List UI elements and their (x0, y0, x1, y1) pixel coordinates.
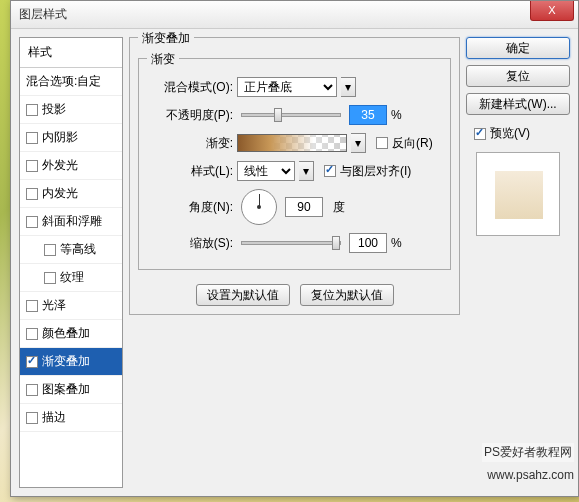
style-item-label: 渐变叠加 (42, 353, 90, 370)
style-checkbox-icon[interactable] (44, 272, 56, 284)
blend-mode-select[interactable]: 正片叠底 (237, 77, 337, 97)
options-panel: 渐变叠加 渐变 混合模式(O): 正片叠底 ▾ 不透明度(P): % (129, 37, 460, 488)
blend-options-item[interactable]: 混合选项:自定 (20, 68, 122, 96)
style-item-1[interactable]: 内阴影 (20, 124, 122, 152)
style-item-label: 斜面和浮雕 (42, 213, 102, 230)
cancel-button[interactable]: 复位 (466, 65, 570, 87)
styles-header[interactable]: 样式 (20, 38, 122, 68)
watermark-url: www.psahz.com (487, 468, 574, 482)
preview-thumbnail (476, 152, 560, 236)
style-checkbox-icon[interactable] (26, 384, 38, 396)
style-checkbox-icon[interactable] (26, 216, 38, 228)
angle-dial[interactable] (241, 189, 277, 225)
layer-style-dialog: 图层样式 X 样式 混合选项:自定 投影内阴影外发光内发光斜面和浮雕等高线纹理光… (10, 0, 579, 497)
gradient-label: 渐变: (147, 135, 233, 152)
set-default-button[interactable]: 设置为默认值 (196, 284, 290, 306)
style-item-3[interactable]: 内发光 (20, 180, 122, 208)
style-checkbox-icon[interactable] (26, 356, 38, 368)
style-checkbox-icon[interactable] (26, 328, 38, 340)
reset-default-button[interactable]: 复位为默认值 (300, 284, 394, 306)
titlebar[interactable]: 图层样式 X (11, 1, 578, 29)
dropdown-arrow-icon[interactable]: ▾ (341, 77, 356, 97)
style-item-7[interactable]: 光泽 (20, 292, 122, 320)
scale-label: 缩放(S): (147, 235, 233, 252)
style-checkbox-icon[interactable] (26, 188, 38, 200)
style-select[interactable]: 线性 (237, 161, 295, 181)
scale-percent: % (391, 236, 402, 250)
style-item-2[interactable]: 外发光 (20, 152, 122, 180)
style-item-label: 等高线 (60, 241, 96, 258)
style-checkbox-icon[interactable] (26, 132, 38, 144)
section-title: 渐变叠加 (138, 30, 194, 47)
style-item-label: 颜色叠加 (42, 325, 90, 342)
style-label: 样式(L): (147, 163, 233, 180)
close-button[interactable]: X (530, 1, 574, 21)
style-checkbox-icon[interactable] (26, 300, 38, 312)
style-checkbox-icon[interactable] (26, 412, 38, 424)
group-title: 渐变 (147, 51, 179, 68)
dialog-title: 图层样式 (19, 6, 67, 23)
style-item-label: 纹理 (60, 269, 84, 286)
angle-label: 角度(N): (147, 199, 233, 216)
style-item-label: 光泽 (42, 297, 66, 314)
style-item-label: 描边 (42, 409, 66, 426)
reverse-chk-icon (376, 137, 388, 149)
styles-list-panel: 样式 混合选项:自定 投影内阴影外发光内发光斜面和浮雕等高线纹理光泽颜色叠加渐变… (19, 37, 123, 488)
style-item-11[interactable]: 描边 (20, 404, 122, 432)
align-checkbox[interactable]: 与图层对齐(I) (324, 163, 411, 180)
style-item-5[interactable]: 等高线 (20, 236, 122, 264)
gradient-dropdown-icon[interactable]: ▾ (351, 133, 366, 153)
style-checkbox-icon[interactable] (26, 104, 38, 116)
opacity-slider[interactable] (241, 113, 341, 117)
style-item-label: 投影 (42, 101, 66, 118)
watermark-text: PS爱好者教程网 (482, 443, 574, 462)
percent-label: % (391, 108, 402, 122)
preview-chk-icon (474, 128, 486, 140)
angle-input[interactable] (285, 197, 323, 217)
style-dropdown-icon[interactable]: ▾ (299, 161, 314, 181)
scale-slider[interactable] (241, 241, 341, 245)
action-panel: 确定 复位 新建样式(W)... 预览(V) (466, 37, 570, 488)
preview-checkbox[interactable]: 预览(V) (474, 125, 570, 142)
style-item-label: 内发光 (42, 185, 78, 202)
style-item-4[interactable]: 斜面和浮雕 (20, 208, 122, 236)
gradient-preview[interactable] (237, 134, 347, 152)
style-item-label: 内阴影 (42, 129, 78, 146)
style-item-8[interactable]: 颜色叠加 (20, 320, 122, 348)
degree-label: 度 (333, 199, 345, 216)
style-item-0[interactable]: 投影 (20, 96, 122, 124)
blend-mode-label: 混合模式(O): (147, 79, 233, 96)
style-checkbox-icon[interactable] (44, 244, 56, 256)
style-item-6[interactable]: 纹理 (20, 264, 122, 292)
opacity-input[interactable] (349, 105, 387, 125)
style-item-9[interactable]: 渐变叠加 (20, 348, 122, 376)
style-item-10[interactable]: 图案叠加 (20, 376, 122, 404)
style-checkbox-icon[interactable] (26, 160, 38, 172)
reverse-checkbox[interactable]: 反向(R) (376, 135, 433, 152)
style-item-label: 外发光 (42, 157, 78, 174)
gradient-overlay-group: 渐变叠加 渐变 混合模式(O): 正片叠底 ▾ 不透明度(P): % (129, 37, 460, 315)
align-chk-icon (324, 165, 336, 177)
scale-input[interactable] (349, 233, 387, 253)
ok-button[interactable]: 确定 (466, 37, 570, 59)
style-item-label: 图案叠加 (42, 381, 90, 398)
new-style-button[interactable]: 新建样式(W)... (466, 93, 570, 115)
gradient-group: 渐变 混合模式(O): 正片叠底 ▾ 不透明度(P): % 渐变: (138, 58, 451, 270)
opacity-label: 不透明度(P): (147, 107, 233, 124)
